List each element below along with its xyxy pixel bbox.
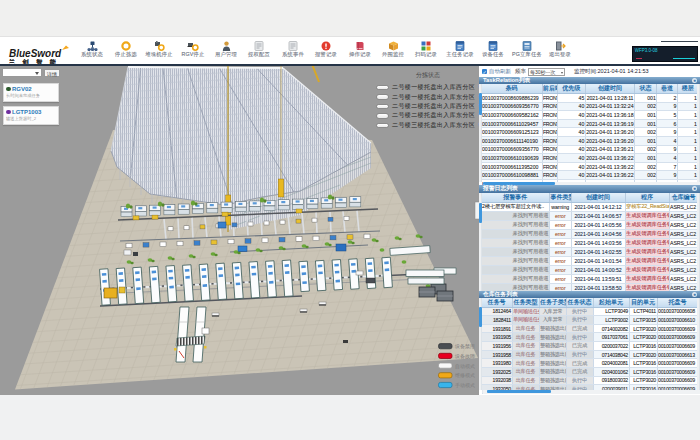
svg-text:维修模式: 维修模式	[455, 372, 475, 378]
svg-text:自动模式: 自动模式	[455, 363, 475, 369]
svg-text:设备故障: 设备故障	[454, 353, 475, 360]
svg-text:手动模式: 手动模式	[455, 382, 475, 388]
svg-text:设备禁用: 设备禁用	[454, 343, 475, 350]
